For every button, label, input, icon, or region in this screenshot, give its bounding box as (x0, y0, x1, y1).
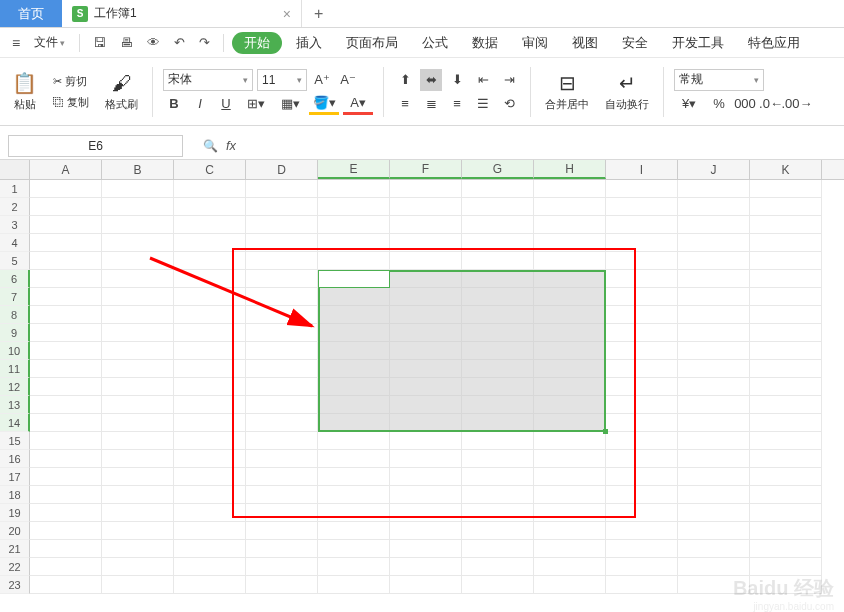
cell[interactable] (678, 522, 750, 540)
cell[interactable] (246, 522, 318, 540)
cell[interactable] (246, 360, 318, 378)
decrease-decimal-icon[interactable]: .0← (760, 93, 782, 115)
cell[interactable] (606, 486, 678, 504)
cell[interactable] (462, 324, 534, 342)
cell[interactable] (462, 252, 534, 270)
cell[interactable] (462, 234, 534, 252)
cell[interactable] (534, 252, 606, 270)
cell[interactable] (318, 558, 390, 576)
cell[interactable] (246, 180, 318, 198)
cell[interactable] (318, 576, 390, 594)
cell[interactable] (174, 414, 246, 432)
cell[interactable] (390, 198, 462, 216)
row-header[interactable]: 3 (0, 216, 30, 234)
tab-security[interactable]: 安全 (612, 34, 658, 52)
cell[interactable] (534, 576, 606, 594)
tab-data[interactable]: 数据 (462, 34, 508, 52)
cell[interactable] (174, 198, 246, 216)
cell[interactable] (606, 216, 678, 234)
cell[interactable] (462, 504, 534, 522)
cell[interactable] (318, 360, 390, 378)
orientation-icon[interactable]: ⟲ (498, 93, 520, 115)
merge-center-button[interactable]: ⊟ 合并居中 (541, 69, 593, 114)
cell[interactable] (174, 432, 246, 450)
new-tab-button[interactable]: + (302, 0, 335, 27)
cell[interactable] (750, 360, 822, 378)
cell[interactable] (390, 522, 462, 540)
cell[interactable] (534, 198, 606, 216)
cell[interactable] (678, 360, 750, 378)
font-name-combo[interactable]: 宋体▾ (163, 69, 253, 91)
cell[interactable] (102, 558, 174, 576)
cell[interactable] (534, 522, 606, 540)
cell[interactable] (606, 342, 678, 360)
row-header[interactable]: 8 (0, 306, 30, 324)
cell[interactable] (318, 234, 390, 252)
row-header[interactable]: 23 (0, 576, 30, 594)
cell[interactable] (174, 558, 246, 576)
cell[interactable] (678, 234, 750, 252)
cell[interactable] (678, 450, 750, 468)
cell[interactable] (318, 522, 390, 540)
row-header[interactable]: 9 (0, 324, 30, 342)
row-header[interactable]: 15 (0, 432, 30, 450)
cell[interactable] (102, 432, 174, 450)
row-header[interactable]: 6 (0, 270, 30, 288)
cell[interactable] (102, 324, 174, 342)
cell[interactable] (750, 540, 822, 558)
cell[interactable] (30, 540, 102, 558)
cell[interactable] (318, 414, 390, 432)
column-header[interactable]: B (102, 160, 174, 179)
cell[interactable] (102, 270, 174, 288)
cell[interactable] (246, 288, 318, 306)
cell[interactable] (318, 216, 390, 234)
cell[interactable] (174, 468, 246, 486)
cell[interactable] (174, 324, 246, 342)
cell[interactable] (102, 540, 174, 558)
cell[interactable] (750, 396, 822, 414)
row-header[interactable]: 7 (0, 288, 30, 306)
cell[interactable] (30, 324, 102, 342)
row-header[interactable]: 2 (0, 198, 30, 216)
cell[interactable] (102, 396, 174, 414)
close-tab-icon[interactable]: × (283, 6, 291, 22)
zoom-icon[interactable]: 🔍 (203, 139, 218, 153)
cell[interactable] (750, 450, 822, 468)
tab-developer[interactable]: 开发工具 (662, 34, 734, 52)
tab-review[interactable]: 审阅 (512, 34, 558, 52)
row-header[interactable]: 17 (0, 468, 30, 486)
cell[interactable] (750, 504, 822, 522)
cell[interactable] (318, 180, 390, 198)
cell[interactable] (174, 576, 246, 594)
cell[interactable] (678, 378, 750, 396)
cell[interactable] (174, 378, 246, 396)
cell[interactable] (462, 396, 534, 414)
cell[interactable] (534, 270, 606, 288)
cell[interactable] (678, 486, 750, 504)
cell[interactable] (246, 198, 318, 216)
cell[interactable] (30, 180, 102, 198)
cell[interactable] (318, 486, 390, 504)
cell[interactable] (174, 306, 246, 324)
tab-special[interactable]: 特色应用 (738, 34, 810, 52)
cell[interactable] (750, 216, 822, 234)
cell[interactable] (534, 504, 606, 522)
cell[interactable] (678, 216, 750, 234)
fill-handle[interactable] (603, 429, 608, 434)
row-header[interactable]: 5 (0, 252, 30, 270)
cell[interactable] (246, 396, 318, 414)
cell[interactable] (318, 504, 390, 522)
cell[interactable] (102, 468, 174, 486)
cell[interactable] (462, 342, 534, 360)
cell[interactable] (174, 180, 246, 198)
align-top-icon[interactable]: ⬆ (394, 69, 416, 91)
column-header[interactable]: F (390, 160, 462, 179)
cell[interactable] (390, 270, 462, 288)
cell[interactable] (750, 252, 822, 270)
align-bottom-icon[interactable]: ⬇ (446, 69, 468, 91)
decrease-font-icon[interactable]: A⁻ (337, 69, 359, 91)
cell[interactable] (462, 450, 534, 468)
cell[interactable] (390, 180, 462, 198)
cell[interactable] (606, 198, 678, 216)
cell[interactable] (390, 540, 462, 558)
